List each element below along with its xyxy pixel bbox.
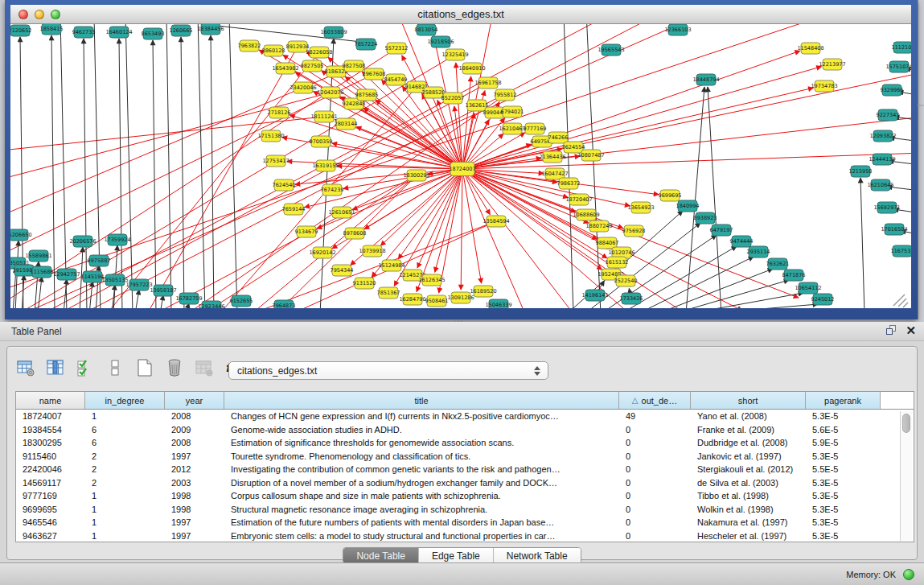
graph-node[interactable]: 15124984 — [378, 260, 405, 271]
graph-node[interactable]: 7954344 — [331, 265, 354, 276]
column-header-year[interactable]: year — [165, 392, 224, 409]
table-row[interactable]: 977716911998Corpus callosum shape and si… — [16, 489, 914, 503]
graph-node[interactable]: 1112104 — [892, 42, 911, 53]
graph-node[interactable]: 9131520 — [353, 278, 376, 289]
graph-node[interactable]: 12753417 — [262, 155, 289, 167]
delete-columns-button[interactable] — [164, 357, 185, 378]
table-row[interactable]: 911546021997Tourette syndrome. Phenomeno… — [16, 450, 914, 463]
table-row[interactable]: 1872400712008Changes of HCN gene express… — [16, 410, 914, 423]
graph-node[interactable]: 19565543 — [598, 44, 624, 56]
memory-ok-led-icon[interactable] — [903, 569, 914, 580]
table-row[interactable]: 1938455462009Genome-wide association stu… — [16, 423, 914, 437]
graph-node[interactable]: 9152655 — [230, 295, 253, 307]
graph-node[interactable]: 9699695 — [659, 190, 682, 201]
graph-node[interactable]: 9462733 — [72, 27, 96, 38]
column-header-name[interactable]: name — [16, 392, 85, 409]
graph-node[interactable]: 7632621 — [766, 258, 790, 270]
scrollbar-thumb[interactable] — [902, 414, 910, 433]
graph-node[interactable]: 12923446 — [198, 301, 224, 308]
select-all-rows-button[interactable] — [75, 357, 96, 378]
graph-node[interactable]: 1840994 — [676, 200, 700, 212]
graph-node[interactable]: 9777169 — [524, 123, 547, 134]
graph-node[interactable]: 16210463 — [499, 123, 525, 134]
graph-node[interactable]: 8813054 — [415, 24, 438, 35]
graph-node[interactable]: 1145194 — [81, 271, 105, 282]
graph-node[interactable]: 5572312 — [385, 43, 409, 54]
canvas-resize-grip[interactable] — [893, 295, 908, 307]
tab-node-table[interactable]: Node Table — [343, 548, 419, 563]
graph-node[interactable]: 14196141 — [581, 290, 608, 301]
graph-node[interactable]: 7674239 — [321, 184, 344, 196]
graph-node[interactable]: 8860128 — [262, 45, 285, 56]
graph-node[interactable]: 2967608 — [363, 68, 386, 80]
graph-node[interactable]: 21364436 — [539, 151, 565, 163]
table-row[interactable]: 1456911722003Disruption of a novel membe… — [16, 476, 914, 490]
graph-node[interactable]: 18384456 — [197, 24, 224, 35]
graph-node[interactable]: 18724007 — [449, 163, 475, 176]
graph-node[interactable]: 10654112 — [795, 282, 821, 294]
graph-node[interactable]: 11548408 — [797, 43, 823, 54]
graph-node[interactable]: 12610651 — [328, 207, 355, 218]
graph-node[interactable]: 18720407 — [565, 194, 592, 205]
graph-node[interactable]: 28226058 — [306, 47, 332, 58]
graph-node[interactable]: 25206650 — [10, 229, 32, 241]
graph-node[interactable]: 10688609 — [573, 209, 599, 220]
graph-node[interactable]: 9875685 — [355, 89, 379, 101]
graph-node[interactable]: 8471876 — [782, 270, 806, 281]
graph-node[interactable]: 2718126 — [268, 107, 291, 118]
graph-node[interactable]: 1733426 — [620, 293, 643, 304]
graph-node[interactable]: 1215958 — [849, 166, 873, 177]
graph-node[interactable]: 10807487 — [577, 150, 604, 161]
graph-node[interactable]: 13584594 — [483, 216, 509, 227]
graph-node[interactable]: 7857224 — [355, 39, 378, 50]
graph-node[interactable]: 9134679 — [295, 226, 318, 237]
graph-node[interactable]: 9508461 — [425, 295, 449, 307]
graph-node[interactable]: 7964873 — [273, 300, 296, 308]
minimize-window-button[interactable] — [35, 10, 44, 19]
graph-node[interactable]: 12444139 — [869, 154, 895, 165]
tab-network-table[interactable]: Network Table — [494, 548, 581, 563]
graph-node[interactable]: 13958187 — [150, 285, 176, 296]
graph-node[interactable]: 10739918 — [359, 245, 385, 257]
node-layer[interactable]: 1872400779638228860128891293428226058982… — [10, 24, 911, 308]
graph-node[interactable]: 8653493 — [142, 28, 165, 39]
graph-node[interactable]: 17957223 — [125, 279, 152, 290]
graph-node[interactable]: 8938923 — [694, 212, 717, 224]
graph-node[interactable]: 7624540 — [273, 179, 296, 191]
graph-node[interactable]: 9975887 — [88, 255, 111, 266]
graph-node[interactable]: 18448794 — [692, 74, 719, 85]
graph-node[interactable]: 16961758 — [474, 77, 501, 89]
table-row[interactable]: 1830029562008Estimation of significance … — [16, 436, 914, 450]
graph-node[interactable]: 16460124 — [105, 27, 132, 38]
graph-node[interactable]: 18640910 — [458, 63, 485, 74]
graph-node[interactable]: 1858415 — [40, 24, 64, 35]
graph-node[interactable]: 16284790 — [399, 294, 425, 305]
graph-node[interactable]: 8454749 — [384, 74, 408, 85]
close-panel-icon[interactable]: ✕ — [906, 324, 916, 336]
graph-node[interactable]: 12093822 — [869, 130, 896, 142]
graph-node[interactable]: 7955812 — [494, 89, 517, 101]
graph-node[interactable]: 16319158 — [312, 160, 339, 171]
graph-node[interactable]: 8522057 — [441, 93, 465, 104]
graph-node[interactable]: 9329966 — [881, 84, 904, 96]
table-vertical-scrollbar[interactable] — [900, 411, 912, 541]
column-header-out_de[interactable]: △out_de… — [619, 392, 691, 409]
graph-node[interactable]: 16033809 — [320, 27, 347, 38]
table-row[interactable]: 969969511998Structural magnetic resonanc… — [16, 503, 914, 517]
zoom-window-button[interactable] — [51, 10, 60, 19]
graph-node[interactable]: 9756928 — [622, 225, 646, 237]
graph-node[interactable]: 15692971 — [873, 202, 900, 213]
graph-node[interactable]: 16782759 — [175, 293, 202, 304]
graph-node[interactable]: 1167533 — [891, 245, 911, 257]
graph-node[interactable]: 15046339 — [485, 299, 511, 308]
network-view[interactable]: 1872400779638228860128891293428226058982… — [10, 24, 911, 308]
graph-node[interactable]: 9827505 — [301, 60, 324, 72]
table-options-button[interactable] — [15, 357, 36, 378]
graph-node[interactable]: 6479197 — [710, 225, 733, 236]
column-header-in_degree[interactable]: in_degree — [85, 392, 165, 409]
network-window-titlebar[interactable]: citations_edges.txt — [10, 5, 911, 24]
table-row[interactable]: 946554611997Estimation of the future num… — [16, 516, 914, 529]
graph-node[interactable]: 20206576 — [69, 236, 96, 247]
graph-node[interactable]: 12042076 — [317, 87, 343, 98]
network-canvas-svg[interactable]: 1872400779638228860128891293428226058982… — [10, 24, 911, 308]
